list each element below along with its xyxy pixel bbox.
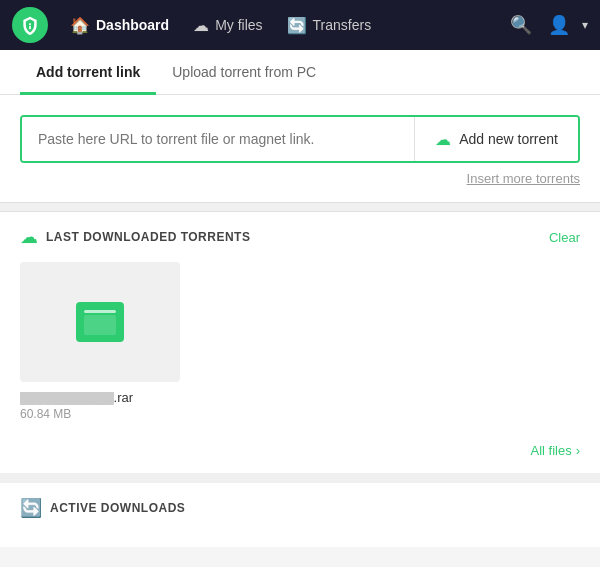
active-downloads-title: ACTIVE DOWNLOADS (50, 501, 185, 515)
active-downloads-section: 🔄 ACTIVE DOWNLOADS (0, 473, 600, 547)
dashboard-icon: 🏠 (70, 16, 90, 35)
torrent-url-input[interactable] (22, 117, 414, 161)
file-type-icon (76, 302, 124, 342)
insert-more-torrents[interactable]: Insert more torrents (20, 163, 580, 192)
avatar-button[interactable]: 👤 (544, 10, 574, 40)
tab-upload-torrent[interactable]: Upload torrent from PC (156, 50, 332, 95)
sync-icon: 🔄 (20, 497, 42, 519)
all-files-row: All files › (0, 431, 600, 473)
cloud-nav-icon: ☁ (193, 16, 209, 35)
add-torrent-section: ☁ Add new torrent Insert more torrents (0, 95, 600, 202)
nav-dashboard-label: Dashboard (96, 17, 169, 33)
add-torrent-row: ☁ Add new torrent (20, 115, 580, 163)
main-content: Add torrent link Upload torrent from PC … (0, 50, 600, 547)
nav-my-files-label: My files (215, 17, 262, 33)
all-files-arrow-icon: › (576, 443, 580, 458)
account-dropdown-arrow[interactable]: ▾ (582, 18, 588, 32)
transfers-icon: 🔄 (287, 16, 307, 35)
list-item[interactable]: ████████████.rar 60.84 MB (20, 262, 180, 421)
section-title-row: ☁ LAST DOWNLOADED TORRENTS (20, 226, 250, 248)
add-new-torrent-button[interactable]: ☁ Add new torrent (414, 117, 578, 161)
navbar-right: 🔍 👤 ▾ (506, 10, 588, 40)
nav-my-files[interactable]: ☁ My files (183, 10, 272, 41)
all-files-link[interactable]: All files › (530, 443, 580, 458)
nav-dashboard[interactable]: 🏠 Dashboard (60, 10, 179, 41)
all-files-label: All files (530, 443, 571, 458)
nav-transfers-label: Transfers (313, 17, 372, 33)
navbar: 🏠 Dashboard ☁ My files 🔄 Transfers 🔍 👤 ▾ (0, 0, 600, 50)
file-size: 60.84 MB (20, 407, 180, 421)
search-button[interactable]: 🔍 (506, 10, 536, 40)
app-logo[interactable] (12, 7, 48, 43)
add-button-label: Add new torrent (459, 131, 558, 147)
last-downloaded-section: ☁ LAST DOWNLOADED TORRENTS Clear ███████… (0, 212, 600, 431)
add-torrent-icon: ☁ (435, 130, 451, 149)
section-divider (0, 202, 600, 212)
tab-bar: Add torrent link Upload torrent from PC (0, 50, 600, 95)
last-downloaded-header: ☁ LAST DOWNLOADED TORRENTS Clear (20, 226, 580, 248)
active-downloads-header: 🔄 ACTIVE DOWNLOADS (20, 497, 580, 519)
nav-transfers[interactable]: 🔄 Transfers (277, 10, 382, 41)
file-icon-inner (84, 315, 116, 335)
file-thumbnail (20, 262, 180, 382)
logo-icon (20, 15, 40, 35)
active-downloads-title-row: 🔄 ACTIVE DOWNLOADS (20, 497, 185, 519)
cloud-section-icon: ☁ (20, 226, 38, 248)
last-downloaded-title: LAST DOWNLOADED TORRENTS (46, 230, 250, 244)
clear-button[interactable]: Clear (549, 230, 580, 245)
tab-add-torrent-link[interactable]: Add torrent link (20, 50, 156, 95)
file-grid: ████████████.rar 60.84 MB (20, 262, 580, 431)
file-name: ████████████.rar (20, 390, 180, 405)
